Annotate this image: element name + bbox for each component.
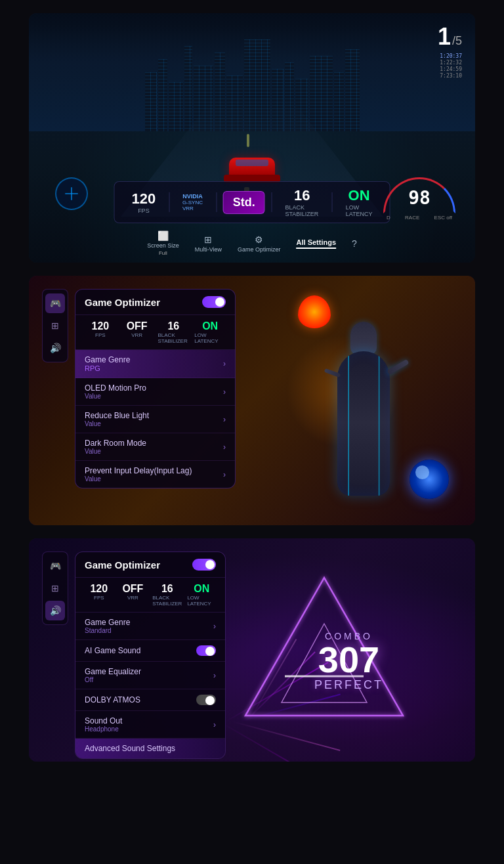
menu-item-dark-room-mode[interactable]: Dark Room Mode Value › xyxy=(75,433,235,461)
game-toolbar: ⬜ Screen Size Full ⊞ Multi-View ⚙ Game O… xyxy=(147,230,357,256)
game-hud-bar: 120 FPS NVIDIA G-SYNC VRR Std. 16 Black … xyxy=(114,181,390,223)
fire-effect xyxy=(298,295,331,328)
game-optimizer-icon: ⚙ xyxy=(255,234,263,245)
help-icon: ? xyxy=(352,238,357,249)
toolbar-all-settings[interactable]: All Settings xyxy=(297,238,337,249)
sound-optimizer-panel: Game Optimizer 120 FPS OFF VRR 16 Black … xyxy=(75,551,226,759)
dolby-atmos-toggle[interactable] xyxy=(196,695,216,705)
sound-menu-item-ai-game-sound[interactable]: AI Game Sound xyxy=(75,640,225,662)
panel-racing-game: 120 FPS NVIDIA G-SYNC VRR Std. 16 Black … xyxy=(29,13,475,263)
arrow-icon: › xyxy=(223,415,226,424)
latency-display: ON Low Latency xyxy=(339,187,379,217)
hud-divider xyxy=(332,192,333,212)
blue-orb xyxy=(410,460,449,499)
vrr-display: NVIDIA G-SYNC VRR xyxy=(176,193,209,211)
side-icon-display[interactable]: ⊞ xyxy=(45,316,65,335)
arrow-icon: › xyxy=(223,443,226,452)
menu-item-prevent-input-delay[interactable]: Prevent Input Delay(Input Lag) Value › xyxy=(75,461,235,488)
race-position: 1 /5 1:20:37 1:22:32 1:24:59 7:23:10 xyxy=(438,23,462,79)
sound-menu-item-advanced-sound[interactable]: Advanced Sound Settings xyxy=(75,739,225,758)
side-icon-gamepad[interactable]: 🎮 xyxy=(45,293,65,313)
optimizer-header: Game Optimizer xyxy=(75,290,235,315)
toolbar-game-optimizer[interactable]: ⚙ Game Optimizer xyxy=(238,234,281,253)
arrow-icon: › xyxy=(213,622,216,631)
sound-optimizer-header: Game Optimizer xyxy=(75,552,225,578)
side-icon-display[interactable]: ⊞ xyxy=(45,578,65,598)
hud-divider xyxy=(216,192,217,212)
panel-game-optimizer-visual: 🎮 ⊞ 🔊 Game Optimizer 120 FPS OFF VRR 16 … xyxy=(29,276,475,525)
speedometer: 98 D RACE ESC off xyxy=(383,177,455,223)
screen-size-icon: ⬜ xyxy=(158,230,169,241)
ai-game-sound-toggle[interactable] xyxy=(196,645,216,656)
arrow-icon: › xyxy=(213,671,216,680)
building xyxy=(158,59,167,131)
side-navigation-panel: 🎮 ⊞ 🔊 xyxy=(42,289,68,362)
stat-latency: ON Low Latency xyxy=(187,583,216,607)
warrior-character xyxy=(304,322,423,506)
building xyxy=(345,49,360,131)
sound-menu-item-sound-out[interactable]: Sound Out Headphone › xyxy=(75,711,225,739)
steering-wheel-indicator xyxy=(55,177,88,210)
mode-badge: Std. xyxy=(223,191,265,214)
combo-display: COMBO 307 PERFECT xyxy=(314,631,383,692)
toolbar-screen-size[interactable]: ⬜ Screen Size Full xyxy=(147,230,179,256)
fps-display: 120 FPS xyxy=(125,190,163,214)
sound-menu-item-game-genre[interactable]: Game Genre Standard › xyxy=(75,613,225,640)
race-car xyxy=(229,158,275,177)
warrior-body xyxy=(337,351,390,496)
hud-divider xyxy=(272,192,272,212)
stat-vrr: OFF VRR xyxy=(119,583,148,607)
optimizer-panel: Game Optimizer 120 FPS OFF VRR 16 Black … xyxy=(75,289,236,488)
building xyxy=(334,72,344,131)
arrow-icon: › xyxy=(213,720,216,729)
stat-latency: ON Low Latency xyxy=(194,320,226,344)
building xyxy=(310,56,333,131)
building xyxy=(145,72,157,131)
stat-fps: 120 FPS xyxy=(85,583,114,607)
stat-fps: 120 FPS xyxy=(85,320,116,344)
building xyxy=(169,82,183,131)
stat-vrr: OFF VRR xyxy=(121,320,153,344)
toolbar-multi-view[interactable]: ⊞ Multi-View xyxy=(195,234,222,253)
building xyxy=(184,46,192,131)
sound-menu-item-dolby-atmos[interactable]: DOLBY ATMOS xyxy=(75,689,225,711)
speedo-arc: 98 xyxy=(383,177,455,213)
menu-item-oled-motion-pro[interactable]: OLED Motion Pro Value › xyxy=(75,378,235,406)
panel-sound-optimizer: COMBO 307 PERFECT 🎮 ⊞ 🔊 Game Optimizer 1… xyxy=(29,538,475,762)
hud-divider xyxy=(169,192,169,212)
black-stabilizer-display: 16 Black Stabilizer xyxy=(278,187,326,217)
arrow-icon: › xyxy=(223,387,226,397)
side-icon-audio-active[interactable]: 🔊 xyxy=(45,601,65,620)
sound-optimizer-stats-row: 120 FPS OFF VRR 16 Black Stabilizer ON L… xyxy=(75,578,225,613)
sound-optimizer-toggle[interactable] xyxy=(192,559,216,571)
arrow-icon: › xyxy=(223,470,226,479)
multi-view-icon: ⊞ xyxy=(204,234,212,245)
stat-black-stabilizer: 16 Black Stabilizer xyxy=(152,583,182,607)
road-dash xyxy=(247,134,249,147)
stat-black-stabilizer: 16 Black Stabilizer xyxy=(158,320,190,344)
arrow-icon: › xyxy=(223,359,226,368)
sound-side-navigation-panel: 🎮 ⊞ 🔊 xyxy=(42,551,68,625)
menu-item-game-genre[interactable]: Game Genre RPG › xyxy=(75,350,235,378)
optimizer-stats-row: 120 FPS OFF VRR 16 Black Stabilizer ON L… xyxy=(75,315,235,350)
sound-menu-item-game-equalizer[interactable]: Game Equalizer Off › xyxy=(75,662,225,689)
side-icon-gamepad[interactable]: 🎮 xyxy=(45,556,65,576)
side-icon-audio[interactable]: 🔊 xyxy=(45,338,65,358)
optimizer-toggle[interactable] xyxy=(202,296,226,308)
menu-item-reduce-blue-light[interactable]: Reduce Blue Light Value › xyxy=(75,406,235,433)
toolbar-help[interactable]: ? xyxy=(352,238,357,249)
